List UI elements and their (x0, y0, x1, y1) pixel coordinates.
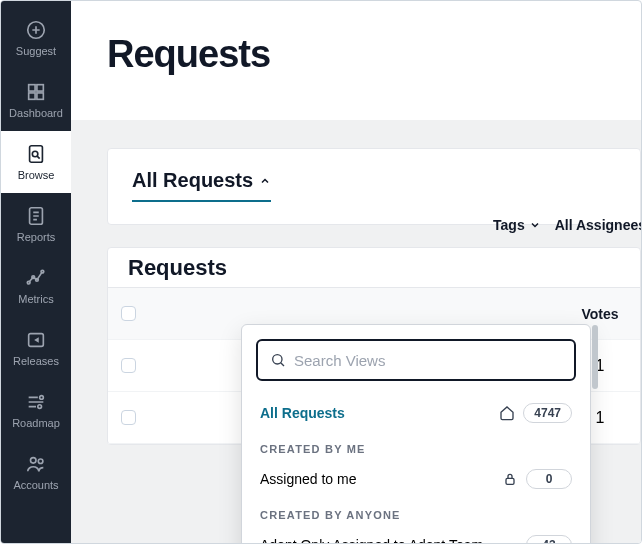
nav-browse[interactable]: Browse (1, 131, 71, 193)
filter-bar: Tags All Assignees (493, 217, 641, 233)
grid-icon (25, 81, 47, 103)
view-option-label: Assigned to me (260, 471, 502, 487)
views-section-created-by-me: CREATED BY ME (242, 431, 590, 461)
filter-label: Tags (493, 217, 525, 233)
content: All Requests Tags All Assignees Requests… (71, 120, 641, 543)
svg-point-8 (27, 281, 30, 284)
nav-label: Browse (18, 169, 55, 181)
sidebar: Suggest Dashboard Browse Reports Metrics… (1, 1, 71, 543)
view-count-badge: 0 (526, 469, 572, 489)
main: Requests All Requests Tags All Assignees… (71, 1, 641, 543)
nav-label: Reports (17, 231, 56, 243)
filter-label: All Assignees (555, 217, 641, 233)
releases-icon (25, 329, 47, 351)
nav-releases[interactable]: Releases (1, 317, 71, 379)
view-option-assigned-to-me[interactable]: Assigned to me 0 (242, 461, 590, 497)
nav-reports[interactable]: Reports (1, 193, 71, 255)
views-section-created-by-anyone: CREATED BY ANYONE (242, 497, 590, 527)
view-option-label: Adopt Only Assigned to Adopt Team (260, 537, 526, 543)
table-title: Requests (108, 248, 640, 288)
scrollbar[interactable] (592, 325, 598, 389)
views-dropdown: All Requests 4747 CREATED BY ME Assigned… (241, 324, 591, 543)
nav-roadmap[interactable]: Roadmap (1, 379, 71, 441)
document-icon (25, 205, 47, 227)
nav-suggest[interactable]: Suggest (1, 7, 71, 69)
row-checkbox[interactable] (121, 358, 136, 373)
nav-label: Dashboard (9, 107, 63, 119)
svg-point-15 (31, 458, 37, 464)
svg-point-13 (40, 396, 44, 400)
svg-point-16 (38, 459, 43, 464)
page-title: Requests (107, 33, 641, 76)
file-search-icon (25, 143, 47, 165)
svg-rect-1 (29, 85, 35, 91)
view-count-badge: 4747 (523, 403, 572, 423)
svg-rect-3 (29, 93, 35, 99)
nav-label: Releases (13, 355, 59, 367)
nav-dashboard[interactable]: Dashboard (1, 69, 71, 131)
svg-rect-5 (30, 146, 43, 163)
nav-accounts[interactable]: Accounts (1, 441, 71, 503)
filter-tags[interactable]: Tags (493, 217, 541, 233)
row-checkbox[interactable] (121, 410, 136, 425)
roadmap-icon (25, 391, 47, 413)
chevron-up-icon (259, 175, 271, 187)
filter-assignees[interactable]: All Assignees (555, 217, 641, 233)
lock-icon (502, 471, 518, 487)
view-selector[interactable]: All Requests (132, 169, 271, 202)
column-header-votes: Votes (560, 306, 640, 322)
filter-panel: All Requests Tags All Assignees (107, 148, 641, 225)
view-option-all-requests[interactable]: All Requests 4747 (242, 395, 590, 431)
view-selector-label: All Requests (132, 169, 253, 192)
view-option-label: All Requests (260, 405, 499, 421)
search-icon (270, 352, 286, 368)
svg-rect-4 (37, 93, 43, 99)
nav-label: Metrics (18, 293, 53, 305)
nav-metrics[interactable]: Metrics (1, 255, 71, 317)
svg-rect-2 (37, 85, 43, 91)
chart-icon (25, 267, 47, 289)
svg-point-17 (273, 355, 282, 364)
search-wrap (242, 325, 590, 395)
views-list: All Requests 4747 CREATED BY ME Assigned… (242, 395, 590, 543)
svg-rect-18 (506, 478, 514, 484)
page-header: Requests (71, 1, 641, 120)
search-input[interactable] (294, 352, 562, 369)
nav-label: Accounts (13, 479, 58, 491)
search-box[interactable] (256, 339, 576, 381)
chevron-down-icon (529, 219, 541, 231)
select-all-checkbox[interactable] (121, 306, 136, 321)
home-icon (499, 405, 515, 421)
nav-label: Roadmap (12, 417, 60, 429)
users-icon (25, 453, 47, 475)
svg-point-14 (38, 405, 42, 409)
plus-circle-icon (25, 19, 47, 41)
view-count-badge: 43 (526, 535, 572, 543)
nav-label: Suggest (16, 45, 56, 57)
view-option-adopt-only[interactable]: Adopt Only Assigned to Adopt Team 43 (242, 527, 590, 543)
